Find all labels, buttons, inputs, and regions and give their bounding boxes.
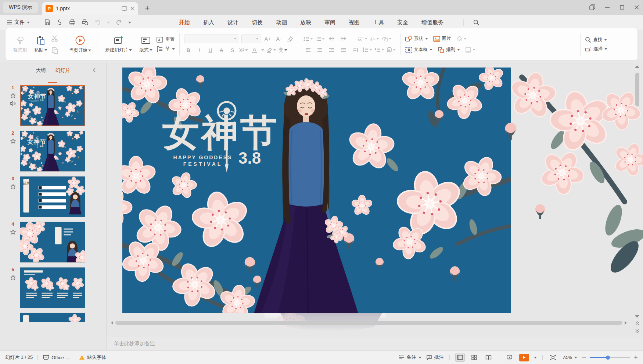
shrink-font-button[interactable]: A-	[274, 35, 283, 43]
bullet-list-button[interactable]	[303, 35, 313, 43]
grow-font-button[interactable]: A+	[263, 35, 272, 43]
previous-slide-icon[interactable]	[635, 321, 640, 325]
decrease-indent-button[interactable]	[327, 35, 337, 43]
convert-smartart-button[interactable]	[381, 35, 392, 43]
clear-format-button[interactable]	[285, 35, 294, 43]
font-size-select[interactable]	[241, 34, 261, 43]
zoom-level[interactable]: 74%	[563, 355, 577, 360]
slide-thumbnail-4[interactable]	[20, 222, 85, 263]
horizontal-scrollbar[interactable]	[111, 320, 627, 325]
save-icon[interactable]	[44, 19, 51, 26]
align-center-button[interactable]	[315, 46, 325, 54]
font-color-dropdown-icon[interactable]	[261, 49, 264, 51]
close-window-icon[interactable]	[634, 5, 639, 10]
slideshow-play-button[interactable]	[519, 354, 529, 361]
open-in-new-window-icon[interactable]	[122, 6, 127, 11]
minimize-icon[interactable]	[605, 5, 610, 10]
redo-icon[interactable]	[116, 19, 122, 25]
shapes-button[interactable]: 形状	[405, 36, 428, 42]
slide-thumbnail-1[interactable]	[20, 85, 85, 126]
reset-button[interactable]: 重置	[156, 36, 175, 43]
distribute-text-button[interactable]	[351, 46, 360, 54]
zoom-slider[interactable]: − +	[582, 356, 638, 359]
superscript-button[interactable]: X²	[239, 46, 248, 54]
copy-icon[interactable]	[51, 47, 58, 54]
undo-dropdown-icon[interactable]	[107, 22, 110, 23]
scroll-right-icon[interactable]	[625, 321, 627, 325]
align-right-button[interactable]	[327, 46, 337, 54]
textbox-button[interactable]: A 文本框	[405, 47, 433, 53]
print-preview-icon[interactable]	[82, 19, 89, 26]
slide-sorter-view-button[interactable]	[470, 353, 479, 362]
picture-button[interactable]: 图片	[433, 36, 451, 42]
zoom-slider-thumb[interactable]	[606, 356, 610, 360]
collapse-panel-icon[interactable]	[93, 68, 96, 73]
paste-button[interactable]: 粘贴	[30, 36, 51, 53]
section-button[interactable]: 节	[156, 46, 175, 52]
line-spacing-button[interactable]	[362, 46, 372, 54]
text-spacing-button[interactable]: ab	[357, 35, 367, 43]
play-from-current-button[interactable]: 当页开始	[68, 35, 93, 54]
horizontal-scroll-thumb[interactable]	[115, 321, 622, 325]
notes-toggle-button[interactable]: 备注	[399, 354, 421, 361]
font-color-button[interactable]: A	[250, 46, 259, 54]
select-button[interactable]: 选择	[585, 46, 607, 52]
play-options-dropdown-icon[interactable]	[534, 357, 537, 358]
align-left-button[interactable]	[303, 46, 313, 54]
scroll-left-icon[interactable]	[111, 321, 113, 325]
arrange-button[interactable]: 排列	[438, 47, 460, 53]
align-objects-button[interactable]	[387, 46, 396, 54]
slide-thumbnail-5[interactable]	[20, 267, 85, 308]
shadow-button[interactable]: S	[228, 46, 237, 54]
paragraph-spacing-button[interactable]	[374, 46, 384, 54]
app-menu-button[interactable]: WPS 演示	[3, 2, 38, 13]
scroll-up-icon[interactable]	[635, 65, 639, 68]
print-icon[interactable]	[69, 19, 76, 26]
close-tab-icon[interactable]	[130, 6, 134, 11]
find-button[interactable]: 查找	[585, 37, 607, 43]
export-pdf-icon[interactable]	[57, 19, 63, 26]
workspace-icon[interactable]	[589, 4, 595, 10]
fill-color-button[interactable]	[456, 35, 467, 43]
notes-area[interactable]: 单击此处添加备注	[107, 337, 643, 350]
bold-button[interactable]: B	[184, 46, 193, 54]
numbered-list-button[interactable]: 12	[315, 35, 325, 43]
ribbon-search-button[interactable]	[463, 19, 479, 26]
layout-button[interactable]: 版式	[136, 36, 156, 53]
slide-canvas[interactable]	[122, 68, 511, 313]
slide-thumbnail-6[interactable]	[20, 313, 85, 322]
new-slide-button[interactable]: 新建幻灯片	[102, 36, 136, 53]
strikethrough-button[interactable]: A	[217, 46, 226, 54]
document-tab[interactable]: P 1.pptx	[42, 2, 138, 15]
text-effect-button[interactable]: 变	[279, 46, 287, 54]
office-theme-button[interactable]: Office ...	[43, 354, 69, 360]
slide-thumbnail-3[interactable]: 目录	[20, 176, 85, 217]
new-tab-button[interactable]: +	[145, 4, 150, 12]
editing-canvas[interactable]	[107, 62, 643, 337]
file-menu-button[interactable]: 文件	[7, 19, 30, 26]
play-settings-button[interactable]	[505, 353, 514, 362]
vertical-scroll-thumb[interactable]	[635, 73, 639, 106]
comments-button[interactable]: 批注	[426, 354, 444, 361]
increase-indent-button[interactable]	[339, 35, 348, 43]
slide-thumbnail-2[interactable]	[20, 131, 85, 172]
reading-view-button[interactable]	[484, 353, 493, 362]
fit-slide-button[interactable]	[548, 353, 558, 362]
zoom-out-icon[interactable]: −	[582, 356, 586, 359]
scroll-down-icon[interactable]	[635, 315, 639, 318]
normal-view-button[interactable]	[455, 353, 465, 362]
next-slide-icon[interactable]	[635, 329, 640, 333]
zoom-in-icon[interactable]: +	[634, 356, 638, 359]
underline-button[interactable]: U	[206, 46, 215, 54]
maximize-icon[interactable]	[619, 5, 625, 10]
format-painter-button[interactable]: 格式刷	[10, 36, 30, 53]
highlight-button[interactable]	[266, 46, 276, 54]
italic-button[interactable]: I	[195, 46, 204, 54]
picture-outline-button[interactable]	[465, 46, 475, 54]
justify-button[interactable]	[339, 46, 348, 54]
tab-outline[interactable]: 大纲	[36, 67, 46, 74]
undo-icon[interactable]	[94, 19, 101, 25]
font-family-select[interactable]	[184, 34, 239, 43]
cut-icon[interactable]	[51, 35, 58, 42]
tab-slides[interactable]: 幻灯片	[55, 67, 71, 74]
